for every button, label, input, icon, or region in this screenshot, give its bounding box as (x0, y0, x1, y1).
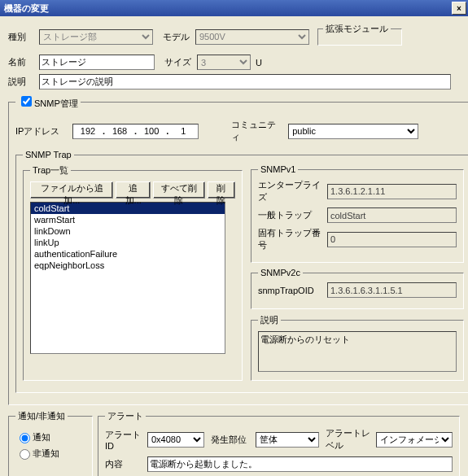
trap-listbox[interactable]: coldStartwarmStartlinkDownlinkUpauthenti… (30, 202, 225, 354)
trap-list-group: Trap一覧 ファイルから追加... 追加... すべて削除 削除 coldSt… (23, 164, 243, 381)
delete-button[interactable]: 削除 (208, 181, 235, 199)
enterprise-value: 1.3.6.1.2.1.11 (327, 184, 457, 199)
content-label: 内容 (105, 458, 147, 470)
title-bar: 機器の変更 × (0, 0, 468, 16)
model-label: モデル (163, 31, 195, 43)
occur-label: 発生部位 (211, 434, 256, 446)
alert-id-select[interactable]: 0x4080 (147, 432, 204, 448)
trap-item[interactable]: warmStart (31, 214, 225, 225)
alert-group: アラート アラートID 0x4080 発生部位 筐体 アラートレベル インフォメ… (98, 410, 460, 476)
snmp-legend: SNMP管理 (15, 94, 81, 110)
alert-level-select[interactable]: インフォメーション (376, 432, 453, 448)
add-button[interactable]: 追加... (116, 181, 150, 199)
name-label: 名前 (8, 56, 39, 68)
trap-item[interactable]: linkDown (31, 225, 225, 237)
no-notify-radio[interactable] (20, 449, 30, 460)
enterprise-label: エンタープライズ (258, 179, 327, 203)
notice-group: 通知/非通知 通知 非通知 (8, 410, 93, 476)
type-label: 種別 (8, 31, 39, 43)
alert-level-label: アラートレベル (326, 427, 376, 452)
notice-legend: 通知/非通知 (15, 410, 68, 422)
occur-select[interactable]: 筐体 (256, 432, 319, 448)
alert-legend: アラート (105, 410, 146, 422)
ip-label: IPアドレス (15, 125, 64, 138)
snmp-checkbox[interactable] (21, 96, 32, 107)
ext-module-group: 拡張モジュール (317, 23, 402, 46)
model-select[interactable]: 9500V (195, 29, 309, 45)
snmp-group: SNMP管理 IPアドレス 192. 168. 100. 1 コミュニティ pu… (8, 94, 468, 405)
trap-desc-legend: 説明 (258, 314, 281, 326)
delete-all-button[interactable]: すべて削除 (153, 181, 205, 199)
dialog-content: 種別 ストレージ部 モデル 9500V 拡張モジュール 名前 サイズ 3 U 説… (0, 16, 468, 476)
snmp-trap-legend: SNMP Trap (23, 150, 74, 159)
community-select[interactable]: public (288, 124, 418, 139)
trap-oid-value: 1.3.6.1.6.3.1.1.5.1 (327, 282, 457, 298)
window-title: 機器の変更 (4, 2, 452, 15)
trap-item[interactable]: linkUp (31, 237, 225, 248)
notify-radio[interactable] (20, 433, 30, 443)
alert-id-label: アラートID (105, 429, 147, 451)
trap-oid-label: snmpTrapOID (258, 286, 327, 295)
type-select[interactable]: ストレージ部 (39, 29, 153, 45)
trap-desc-group: 説明 電源断からのリセット (251, 314, 464, 381)
close-button[interactable]: × (452, 2, 466, 15)
snmpv2c-group: SNMPv2c snmpTrapOID1.3.6.1.6.3.1.1.5.1 (251, 268, 464, 309)
specific-trap-label: 固有トラップ番号 (258, 227, 327, 251)
size-unit: U (256, 58, 262, 68)
snmpv1-group: SNMPv1 エンタープライズ1.3.6.1.2.1.11 一般トラップcold… (251, 164, 464, 263)
trap-list-legend: Trap一覧 (30, 164, 71, 177)
trap-item[interactable]: eqpNeighborLoss (31, 260, 225, 271)
desc-input[interactable] (39, 74, 451, 90)
desc-label: 説明 (8, 76, 39, 88)
close-icon: × (457, 4, 461, 13)
content-input[interactable] (147, 456, 453, 472)
size-select[interactable]: 3 (197, 55, 251, 70)
ip-input[interactable]: 192. 168. 100. 1 (72, 124, 199, 139)
size-label: サイズ (164, 56, 197, 68)
specific-trap-value: 0 (327, 232, 457, 247)
snmpv1-legend: SNMPv1 (258, 164, 298, 174)
generic-trap-label: 一般トラップ (258, 209, 327, 221)
name-input[interactable] (39, 55, 155, 70)
trap-desc-text: 電源断からのリセット (258, 331, 457, 372)
snmpv2c-legend: SNMPv2c (258, 268, 303, 277)
generic-trap-value: coldStart (327, 207, 457, 223)
trap-item[interactable]: authenticationFailure (31, 248, 225, 260)
snmp-trap-group: SNMP Trap Trap一覧 ファイルから追加... 追加... すべて削除… (15, 150, 468, 393)
community-label: コミュニティ (231, 119, 280, 143)
ext-module-legend: 拡張モジュール (323, 23, 391, 35)
add-from-file-button[interactable]: ファイルから追加... (30, 181, 113, 199)
